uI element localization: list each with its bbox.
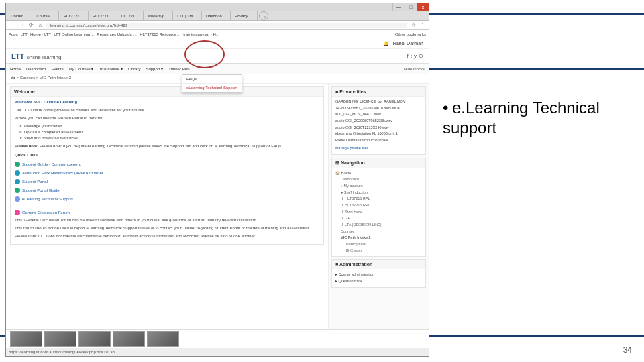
file-item[interactable]: Ranel Darman Introduction m4a: [335, 137, 422, 144]
other-bookmarks[interactable]: Other bookmarks: [395, 32, 426, 36]
bookmark[interactable]: LTT Online Learning…: [54, 32, 94, 36]
navigation-block: ⊞ Navigation 🏠 Home Dashboard ▸ My cours…: [331, 158, 426, 257]
file-item[interactable]: audio CGI_2020T2213X290.wav: [335, 125, 422, 131]
nav-item[interactable]: III HLT37215 RPL: [335, 196, 422, 202]
nav-item[interactable]: III Start Here: [335, 209, 422, 216]
nav-item[interactable]: ● Staff Induction: [335, 190, 422, 196]
browser-tab[interactable]: Trainer …: [6, 11, 32, 21]
thumbnail[interactable]: [147, 331, 179, 347]
address-bar-row: ← → ⟳ ⌂ learning.ltt.com.au/course/view.…: [6, 21, 429, 30]
status-bar: https://learning.ltt.com.au/mod/dialogue…: [6, 348, 429, 356]
hide-blocks-button[interactable]: Hide blocks: [404, 67, 425, 71]
browser-tab[interactable]: LTT | Tra…: [173, 11, 202, 21]
bookmarks-bar: Apps LTT Home · LTT LTT Online Learning……: [6, 30, 429, 38]
twitter-icon[interactable]: t: [411, 53, 412, 59]
nav-dashboard[interactable]: Dashboard: [26, 67, 46, 71]
site-logo[interactable]: LTT online learning: [11, 52, 61, 60]
user-bar: 🔔 Ranel Darman: [6, 38, 429, 49]
file-item[interactable]: aud_CGI_MOV_04411.mov: [335, 111, 422, 118]
nav-item[interactable]: Courses: [335, 229, 422, 235]
tab-strip: Trainer … Course … HLT3721… HLT3721… LTT…: [6, 11, 429, 21]
nav-item[interactable]: III Grades: [335, 248, 422, 255]
window-chrome: — □ x: [6, 3, 429, 11]
minimize-button[interactable]: —: [392, 3, 405, 11]
menu-icon[interactable]: ⋮: [419, 22, 426, 28]
bookmark[interactable]: Home · LTT: [30, 32, 51, 36]
reload-icon[interactable]: ⟳: [28, 22, 34, 28]
ql-student-portal[interactable]: Student Portal: [15, 178, 319, 186]
private-files-block: ■ Private files GARDENING_LICENCE_by_RAN…: [331, 86, 426, 155]
support-dropdown: FAQs eLearning Technical Support: [182, 74, 242, 93]
navigation-title: ⊞ Navigation: [332, 158, 425, 168]
admin-item[interactable]: ▸ Course administration: [335, 272, 422, 278]
forum-link[interactable]: General Discussion Forum: [15, 208, 319, 217]
close-button[interactable]: x: [417, 3, 429, 11]
forward-icon[interactable]: →: [18, 22, 25, 28]
nav-this-course[interactable]: This course ▾: [99, 66, 123, 71]
nav-item[interactable]: 🏠 Home: [335, 170, 422, 177]
nav-item[interactable]: III HLT37215 RPL: [335, 202, 422, 209]
site-navbar: Home Dashboard Events My Courses ▾ This …: [6, 64, 429, 74]
browser-screenshot: — □ x Trainer … Course … HLT3721… HLT372…: [5, 3, 429, 357]
slide-bullet: •e.Learning Technical support: [443, 98, 631, 138]
private-files-title: ■ Private files: [332, 87, 425, 97]
nav-library[interactable]: Library: [128, 67, 140, 71]
file-item[interactable]: eLearning Orientation KL 16050 unit 1: [335, 131, 422, 137]
notifications-icon[interactable]: 🔔: [383, 41, 389, 46]
nav-item-current[interactable]: VIC Path Intake 2: [335, 235, 422, 241]
quick-links-title: Quick Links: [15, 152, 319, 158]
dropdown-item-faqs[interactable]: FAQs: [182, 75, 241, 84]
file-item[interactable]: 7426009736B1_20200306102005.MOV: [335, 105, 422, 112]
browser-tab[interactable]: student-p…: [144, 11, 173, 21]
user-menu[interactable]: Ranel Darman: [393, 41, 423, 46]
facebook-icon[interactable]: f: [407, 53, 409, 59]
back-icon[interactable]: ←: [9, 22, 15, 28]
nav-item[interactable]: Participants: [335, 241, 422, 248]
thumbnail[interactable]: [113, 331, 145, 347]
administration-title: ■ Administration: [332, 260, 425, 269]
home-icon[interactable]: ⌂: [37, 22, 44, 28]
browser-tab[interactable]: HLT3721…: [89, 11, 117, 21]
nav-my-courses[interactable]: My Courses ▾: [69, 66, 94, 71]
new-tab-button[interactable]: +: [259, 11, 268, 21]
bookmark[interactable]: HLT37215 Resource…: [140, 32, 180, 36]
star-icon[interactable]: ☆: [410, 22, 417, 28]
browser-tab[interactable]: HLT3721…: [59, 11, 88, 21]
address-bar[interactable]: learning.ltt.com.au/course/view.php?id=4…: [46, 23, 407, 28]
maximize-button[interactable]: □: [405, 3, 417, 11]
nav-events[interactable]: Events: [51, 67, 63, 71]
ql-portal-guide[interactable]: Student Portal Guide: [15, 186, 319, 195]
nav-item[interactable]: ▸ My courses: [335, 183, 422, 190]
nav-trainer-hub[interactable]: Trainer Hub: [168, 67, 189, 71]
thumbnail-strip: [6, 329, 429, 348]
ql-student-guide[interactable]: Student Guide - Commencement: [15, 160, 319, 169]
nav-support[interactable]: Support ▾: [146, 66, 163, 71]
browser-tab[interactable]: Privacy …: [231, 11, 258, 21]
thumbnail[interactable]: [10, 331, 42, 347]
welcome-title: Welcome: [11, 87, 323, 97]
nav-item[interactable]: Dashboard: [335, 176, 422, 183]
nav-home[interactable]: Home: [10, 67, 21, 71]
file-item[interactable]: GARDENING_LICENCE_by_RANEL.MOV: [335, 99, 422, 105]
ql-tech-support[interactable]: eLearning Technical Support: [15, 195, 319, 204]
youtube-icon[interactable]: y: [414, 53, 417, 59]
browser-tab[interactable]: LTT221…: [117, 11, 144, 21]
thumbnail[interactable]: [44, 331, 76, 347]
dropdown-item-tech-support[interactable]: eLearning Technical Support: [182, 84, 241, 92]
thumbnail[interactable]: [78, 331, 111, 347]
bookmark[interactable]: Resources Uploads …: [97, 32, 137, 36]
nav-item[interactable]: III LTA (DECISION LINE): [335, 222, 422, 229]
bookmark[interactable]: training.gov.au - H…: [183, 32, 220, 36]
browser-tab[interactable]: Dashboa…: [202, 11, 231, 21]
browser-tab[interactable]: Course …: [32, 11, 59, 21]
bookmark[interactable]: LTT: [21, 32, 28, 36]
ql-aphd-intranet[interactable]: Ashburton Park HealthDirect (APHD) Intra…: [15, 169, 319, 178]
bookmark[interactable]: Apps: [9, 32, 18, 36]
nav-item[interactable]: III GP: [335, 215, 422, 222]
welcome-card: Welcome Welcome to LTT Online Learning. …: [10, 86, 324, 245]
manage-files-link[interactable]: Manage private files: [335, 145, 422, 152]
site-icon[interactable]: ⊕: [419, 53, 423, 59]
admin-item[interactable]: ▸ Question bank: [335, 278, 422, 285]
slide-page-number: 34: [623, 345, 632, 355]
file-item[interactable]: audio CGI_2020060T065238k.wav: [335, 118, 422, 125]
